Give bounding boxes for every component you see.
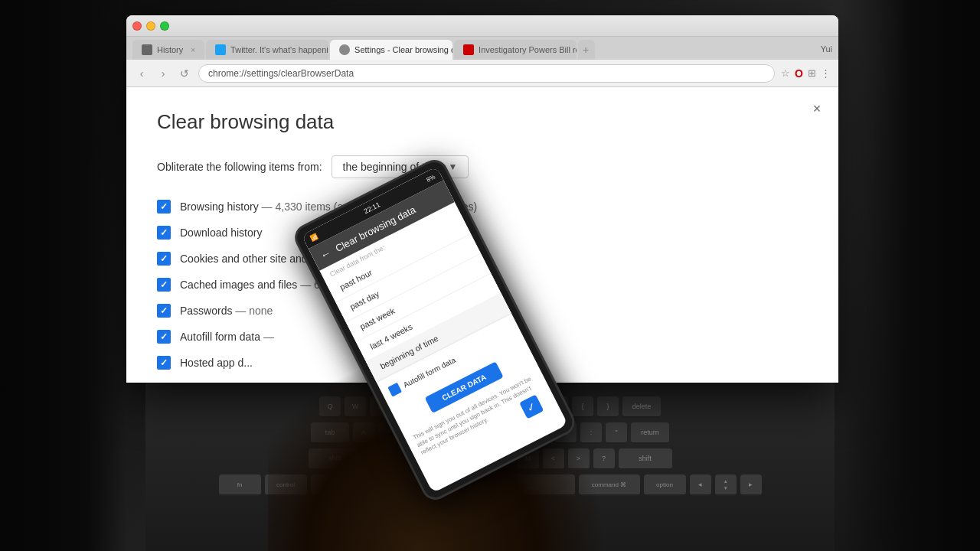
phone-back-button[interactable]: ←: [318, 246, 333, 262]
side-overlay-left: [0, 0, 126, 551]
extensions-icon[interactable]: ⊞: [808, 67, 816, 79]
tab-history-close[interactable]: ×: [191, 46, 195, 54]
maximize-window-button[interactable]: [160, 21, 169, 31]
minimize-window-button[interactable]: [146, 21, 155, 31]
key-fn[interactable]: fn: [219, 474, 261, 496]
tab-investigatory[interactable]: Investigatory Powers Bill rece... ×: [454, 40, 577, 60]
username-display: Yui: [821, 44, 832, 54]
tab-favicon-history: [142, 44, 152, 55]
tab-settings[interactable]: Settings - Clear browsing data ×: [330, 40, 452, 60]
checkbox-autofill-label: Autofill form data —: [180, 331, 274, 343]
menu-icon[interactable]: ⋮: [821, 67, 831, 79]
tab-settings-label: Settings - Clear browsing data: [354, 45, 452, 54]
checkbox-cached-control[interactable]: ✓: [157, 278, 171, 292]
new-tab-button[interactable]: +: [578, 40, 595, 60]
title-bar: Yui: [126, 15, 838, 37]
key-left[interactable]: ◂: [690, 474, 711, 496]
address-bar: ‹ › ↺ chrome://settings/clearBrowserData…: [126, 60, 838, 87]
checkbox-hosted-app-label: Hosted app d...: [180, 357, 253, 369]
close-window-button[interactable]: [132, 21, 142, 31]
checkbox-hosted-app-control[interactable]: ✓: [157, 356, 171, 370]
tab-history-label: History: [157, 45, 183, 54]
key-updown[interactable]: ▴▾: [715, 474, 737, 496]
tab-history[interactable]: History ×: [132, 40, 204, 60]
checkbox-autofill-control[interactable]: ✓: [157, 330, 171, 344]
tab-bar: History × Twitter. It's what's happening…: [126, 37, 838, 60]
checkbox-passwords-label: Passwords — none: [180, 305, 273, 317]
dialog-close-button[interactable]: ×: [808, 99, 826, 118]
forward-button[interactable]: ›: [155, 67, 171, 80]
checkbox-cookies-control[interactable]: ✓: [157, 252, 171, 266]
phone-carrier: 📶: [309, 233, 318, 243]
url-bar[interactable]: chrome://settings/clearBrowserData: [198, 64, 775, 83]
toolbar-icons: ☆ O ⊞ ⋮: [781, 67, 831, 80]
side-overlay-right: [842, 0, 980, 551]
tab-twitter-label: Twitter. It's what's happening.: [230, 45, 328, 54]
obliterate-label: Obliterate the following items from:: [157, 161, 322, 173]
obliterate-row: Obliterate the following items from: the…: [157, 155, 808, 178]
checkbox-download-history-label: Download history: [180, 227, 262, 239]
checkbox-browsing-history-control[interactable]: ✓: [157, 200, 171, 214]
star-icon[interactable]: ☆: [781, 67, 790, 79]
checkbox-browsing-history[interactable]: ✓ Browsing history — 4,330 items (and mo…: [157, 200, 808, 214]
reload-button[interactable]: ↺: [177, 67, 192, 80]
key-right[interactable]: ▸: [740, 474, 762, 496]
dropdown-arrow-icon: ▼: [449, 161, 458, 172]
phone-checkbox-autofill-control[interactable]: [387, 383, 402, 397]
checkbox-passwords-control[interactable]: ✓: [157, 304, 171, 318]
tab-investigatory-label: Investigatory Powers Bill rece...: [479, 45, 577, 54]
url-text: chrome://settings/clearBrowserData: [208, 68, 354, 79]
tab-twitter[interactable]: Twitter. It's what's happening. ×: [206, 40, 328, 60]
phone-battery: 8%: [425, 173, 436, 183]
tab-favicon-settings: [339, 44, 350, 55]
back-button[interactable]: ‹: [134, 67, 149, 80]
opera-icon[interactable]: O: [795, 67, 803, 80]
dialog-title: Clear browsing data: [157, 110, 808, 134]
tab-favicon-investigatory: [463, 44, 474, 55]
checkbox-download-history-control[interactable]: ✓: [157, 226, 171, 240]
tab-favicon-twitter: [215, 44, 226, 55]
